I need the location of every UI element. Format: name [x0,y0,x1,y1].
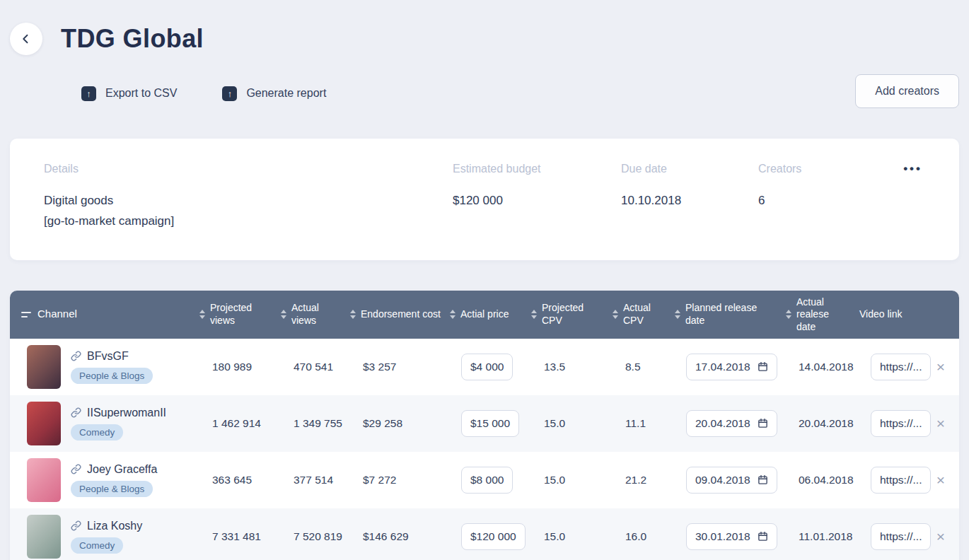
back-button[interactable] [10,23,42,55]
actual-release-date-value: 20.04.2018 [780,417,854,430]
sort-icon[interactable] [21,310,31,319]
channel-info: BFvsGF People & Blogs [71,350,153,384]
channel-name: BFvsGF [87,350,129,363]
sort-arrows-icon[interactable] [281,310,286,319]
column-header-actual-views[interactable]: Actual views [275,302,344,327]
video-link-cell: https://... [854,467,922,494]
channel-cell: IISuperwomanII Comedy [10,402,194,445]
planned-release-date-picker[interactable]: 17.04.2018 [686,354,777,380]
column-header-endorsement-cost[interactable]: Endorsement cost [344,308,444,321]
campaign-details-card: Details Digital goods [go-to-market camp… [10,139,959,260]
actual-release-date-value: 11.01.2018 [780,530,854,543]
column-label: Video link [859,308,902,321]
column-header-video-link: Video link [854,308,922,321]
column-header-projected-views[interactable]: Projected views [194,302,275,327]
planned-release-date-cell: 30.01.2018 [669,523,780,550]
topbar: TDG Global [10,0,959,55]
actual-cpv-value: 21.2 [607,474,669,486]
sort-arrows-icon[interactable] [786,310,791,319]
channel-link[interactable]: Liza Koshy [71,520,142,532]
channel-avatar [27,515,61,559]
planned-release-date-picker[interactable]: 20.04.2018 [686,410,777,437]
channel-name: Liza Koshy [87,520,142,532]
column-header-channel[interactable]: Channel [10,308,194,321]
remove-row-button[interactable]: × [934,356,948,377]
category-badge: Comedy [71,537,123,554]
actial-price-input[interactable]: $15 000 [461,410,519,437]
projected-cpv-value: 15.0 [526,474,607,486]
actual-cpv-value: 8.5 [607,361,669,373]
sort-arrows-icon[interactable] [450,310,456,319]
page-title: TDG Global [61,24,204,54]
column-header-projected-cpv[interactable]: Projected CPV [526,302,607,327]
sort-arrows-icon[interactable] [613,310,618,319]
column-header-actial-price[interactable]: Actial price [444,308,526,321]
column-label: Projected views [210,302,272,327]
actial-price-input[interactable]: $8 000 [461,467,513,494]
link-icon [71,351,81,361]
category-badge: People & Blogs [71,481,153,497]
actial-price-input[interactable]: $4 000 [461,354,513,380]
table-header: Channel Projected views Actual views End… [10,291,959,339]
planned-release-date-value: 17.04.2018 [695,361,750,373]
actial-price-cell: $8 000 [444,467,526,494]
link-icon [71,520,81,531]
remove-row-button[interactable]: × [934,469,948,490]
sort-arrows-icon[interactable] [199,310,205,319]
video-link-cell: https://... [854,354,922,380]
generate-report-label: Generate report [246,87,326,100]
endorsement-cost-value: $29 258 [344,417,444,430]
channel-info: Joey Graceffa People & Blogs [71,463,157,497]
export-csv-button[interactable]: ↑ Export to CSV [81,86,177,101]
projected-views-value: 7 331 481 [194,530,275,543]
chevron-left-icon [20,33,33,45]
projected-cpv-value: 15.0 [526,417,607,430]
remove-row-button[interactable]: × [934,526,948,547]
category-badge: People & Blogs [71,368,153,384]
column-label: Actual CPV [623,302,666,327]
link-icon [71,464,81,474]
column-label: Channel [37,308,77,321]
generate-report-button[interactable]: ↑ Generate report [222,86,326,101]
sort-arrows-icon[interactable] [675,310,680,319]
column-header-planned-release-date[interactable]: Planned release date [669,302,780,327]
row-actions-cell: × [922,413,959,433]
channel-link[interactable]: Joey Graceffa [71,463,157,476]
creators-value: 6 [758,191,925,211]
endorsement-cost-value: $146 629 [344,530,444,543]
channel-link[interactable]: BFvsGF [71,350,129,363]
column-header-actual-cpv[interactable]: Actual CPV [607,302,669,327]
column-label: Endorsement cost [361,308,441,321]
endorsement-cost-value: $7 272 [344,474,444,486]
details-line-2: [go-to-market campaign] [44,211,453,232]
more-options-icon[interactable]: ••• [899,161,927,177]
channel-link[interactable]: IISuperwomanII [71,407,166,419]
actual-views-value: 7 520 819 [275,530,344,543]
details-line-1: Digital goods [44,191,453,211]
creators-table: Channel Projected views Actual views End… [10,291,959,560]
planned-release-date-picker[interactable]: 30.01.2018 [686,523,777,550]
calendar-icon [758,531,768,542]
planned-release-date-cell: 09.04.2018 [669,467,780,494]
video-link-cell: https://... [854,410,922,437]
channel-info: Liza Koshy Comedy [71,520,142,554]
sort-arrows-icon[interactable] [350,310,356,319]
column-label: Actual views [291,302,342,327]
planned-release-date-cell: 17.04.2018 [669,354,780,380]
details-value: Digital goods [go-to-market campaign] [44,191,453,232]
actual-views-value: 470 541 [275,361,344,373]
planned-release-date-picker[interactable]: 09.04.2018 [686,467,777,494]
actial-price-input[interactable]: $120 000 [461,523,526,550]
planned-release-date-cell: 20.04.2018 [669,410,780,437]
details-field: Details Digital goods [go-to-market camp… [44,163,453,232]
remove-row-button[interactable]: × [934,413,948,433]
actial-price-cell: $120 000 [444,523,526,550]
table-row: Liza Koshy Comedy 7 331 481 7 520 819 $1… [10,508,959,560]
table-row: BFvsGF People & Blogs 180 989 470 541 $3… [10,339,959,395]
endorsement-cost-value: $3 257 [344,361,444,373]
add-creators-button[interactable]: Add creators [855,74,959,108]
channel-cell: Joey Graceffa People & Blogs [10,458,194,502]
actual-views-value: 1 349 755 [275,417,344,430]
sort-arrows-icon[interactable] [531,310,537,319]
column-header-actual-release-date[interactable]: Actual realese date [780,296,854,334]
